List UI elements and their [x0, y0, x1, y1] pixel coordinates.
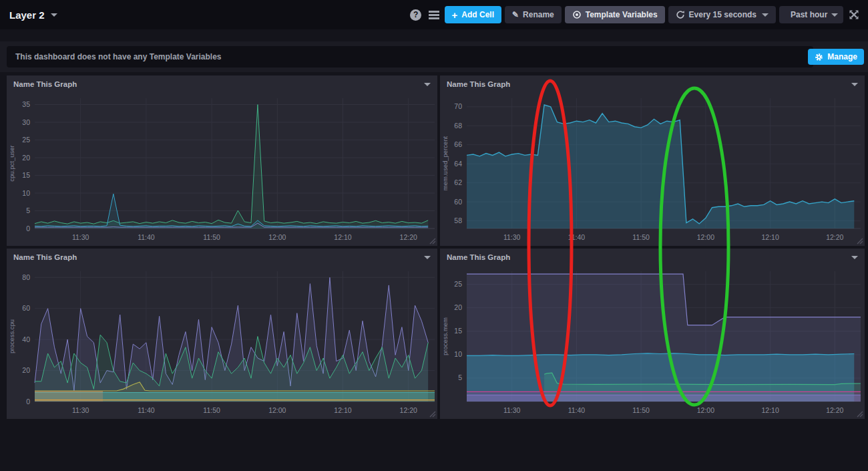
chevron-down-icon: [762, 13, 769, 17]
svg-text:15: 15: [22, 171, 30, 179]
cell-cpu-pct-user: Name This Graph 0510152025303511:3011:40…: [7, 75, 437, 246]
template-variables-icon: [572, 10, 582, 19]
cell-menu-button[interactable]: [424, 83, 431, 86]
svg-text:mem.used_percent: mem.used_percent: [441, 136, 449, 190]
cell-title[interactable]: Name This Graph: [13, 80, 77, 88]
svg-text:11:50: 11:50: [632, 233, 650, 241]
svg-text:35: 35: [22, 100, 30, 108]
manage-label: Manage: [827, 52, 857, 61]
resize-handle[interactable]: [428, 410, 436, 418]
resize-handle[interactable]: [855, 237, 863, 245]
auto-refresh-label: Every 15 seconds: [689, 10, 756, 19]
svg-text:64: 64: [454, 160, 462, 168]
svg-text:20: 20: [22, 154, 30, 162]
template-variables-label: Template Variables: [586, 10, 658, 19]
chart-cpu-pct-user[interactable]: 0510152025303511:3011:4011:5012:0012:101…: [7, 92, 437, 246]
svg-text:12:20: 12:20: [400, 406, 417, 414]
svg-text:58: 58: [454, 216, 462, 224]
svg-text:10: 10: [22, 189, 30, 197]
pencil-icon: ✎: [512, 10, 519, 19]
expand-icon: [849, 9, 859, 20]
cell-process-mem: Name This Graph 51015202511:3011:4011:50…: [440, 249, 865, 419]
svg-text:12:10: 12:10: [334, 233, 351, 241]
cell-mem-used-percent: Name This Graph 5860626466687011:3011:40…: [440, 75, 865, 246]
svg-text:80: 80: [22, 273, 30, 281]
time-range-label: Past hour: [791, 10, 827, 19]
svg-text:12:10: 12:10: [761, 233, 779, 241]
svg-text:70: 70: [454, 102, 462, 110]
chevron-down-icon: [831, 13, 838, 17]
svg-text:11:30: 11:30: [503, 233, 521, 241]
svg-text:11:40: 11:40: [568, 406, 586, 414]
gear-icon: [815, 53, 823, 61]
chart-process-mem[interactable]: 51015202511:3011:4011:5012:0012:1012:20p…: [440, 265, 865, 419]
svg-text:12:10: 12:10: [334, 406, 351, 414]
svg-text:25: 25: [454, 280, 462, 288]
svg-text:40: 40: [22, 335, 30, 343]
svg-text:30: 30: [22, 118, 30, 126]
svg-text:60: 60: [22, 304, 30, 312]
svg-text:12:20: 12:20: [826, 406, 843, 414]
resize-handle[interactable]: [428, 237, 436, 245]
svg-text:11:40: 11:40: [568, 233, 586, 241]
presentation-mode-button[interactable]: [847, 6, 861, 23]
svg-text:11:30: 11:30: [72, 233, 89, 241]
dashboard-title: Layer 2: [9, 9, 45, 21]
template-variables-bar: This dashboard does not have any Templat…: [0, 41, 868, 72]
template-variables-message: This dashboard does not have any Templat…: [15, 52, 222, 61]
chevron-down-icon: [51, 13, 57, 17]
chart-mem-used-percent[interactable]: 5860626466687011:3011:4011:5012:0012:101…: [440, 92, 865, 246]
svg-text:12:00: 12:00: [697, 233, 714, 241]
template-variables-button[interactable]: Template Variables: [565, 6, 665, 23]
cell-process-cpu: Name This Graph 02040608011:3011:4011:50…: [7, 249, 437, 419]
add-cell-label: Add Cell: [461, 10, 494, 19]
toolbar: ? + Add Cell ✎ Rename Template Variables: [409, 6, 861, 23]
svg-text:60: 60: [454, 198, 462, 206]
menu-icon: [429, 11, 439, 19]
cell-menu-button[interactable]: [851, 256, 858, 259]
cell-menu-button[interactable]: [851, 83, 858, 86]
svg-text:12:00: 12:00: [268, 233, 286, 241]
cell-title[interactable]: Name This Graph: [13, 253, 77, 261]
svg-text:5: 5: [458, 373, 462, 381]
cell-header: Name This Graph: [440, 75, 865, 92]
manage-button[interactable]: Manage: [808, 49, 864, 65]
cell-menu-button[interactable]: [424, 256, 431, 259]
svg-text:12:00: 12:00: [268, 406, 286, 414]
cell-list-button[interactable]: [427, 6, 441, 23]
rename-label: Rename: [523, 10, 554, 19]
refresh-icon: [676, 10, 685, 19]
svg-text:cpu.pct_user: cpu.pct_user: [8, 145, 15, 181]
svg-text:66: 66: [454, 140, 462, 148]
dashboard-title-dropdown[interactable]: Layer 2: [7, 9, 57, 21]
help-button[interactable]: ?: [409, 6, 423, 23]
svg-text:12:20: 12:20: [826, 233, 843, 241]
svg-text:68: 68: [454, 122, 462, 130]
svg-text:10: 10: [454, 350, 462, 358]
chart-process-cpu[interactable]: 02040608011:3011:4011:5012:0012:1012:20p…: [7, 265, 437, 419]
svg-text:11:50: 11:50: [632, 406, 650, 414]
cell-header: Name This Graph: [7, 75, 437, 92]
svg-text:5: 5: [26, 206, 30, 214]
cell-title[interactable]: Name This Graph: [447, 80, 510, 88]
svg-text:12:20: 12:20: [400, 233, 417, 241]
rename-button[interactable]: ✎ Rename: [505, 6, 562, 23]
help-icon: ?: [410, 9, 421, 21]
svg-text:11:30: 11:30: [503, 406, 521, 414]
add-cell-button[interactable]: + Add Cell: [445, 6, 501, 23]
svg-text:20: 20: [22, 366, 30, 374]
resize-handle[interactable]: [855, 410, 863, 418]
svg-text:process.mem: process.mem: [441, 317, 449, 355]
svg-text:process.cpu: process.cpu: [8, 319, 15, 353]
auto-refresh-dropdown[interactable]: Every 15 seconds: [668, 6, 776, 23]
svg-text:11:30: 11:30: [72, 406, 89, 414]
svg-text:12:00: 12:00: [697, 406, 714, 414]
cell-header: Name This Graph: [7, 249, 437, 265]
svg-text:11:50: 11:50: [203, 233, 220, 241]
cell-title[interactable]: Name This Graph: [447, 253, 510, 261]
template-variables-panel: This dashboard does not have any Templat…: [7, 46, 813, 67]
time-range-dropdown[interactable]: Past hour: [779, 6, 843, 23]
svg-text:11:40: 11:40: [138, 233, 155, 241]
svg-text:20: 20: [454, 303, 462, 311]
svg-text:0: 0: [26, 398, 30, 406]
